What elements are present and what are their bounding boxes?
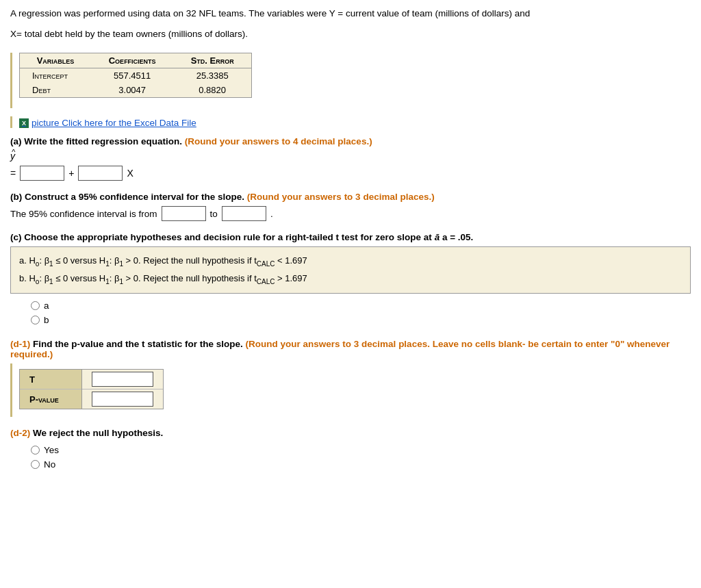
part-c-radio-group: a b [31,301,691,325]
p-value-input[interactable] [92,392,153,407]
var-debt: Debt [20,83,91,97]
part-d2-label: (d-2) We reject the null hypothesis. [10,428,691,438]
part-b-section: (b) Construct a 95% confidence interval … [10,192,691,221]
stats-row-pvalue: P-value [20,389,163,409]
part-c-label: (c) Choose the appropriate hypotheses an… [10,232,691,242]
excel-link-text: picture Click here for the Excel Data Fi… [31,118,196,128]
radio-yes-label: Yes [44,445,59,455]
col-std-error: Std. Error [173,53,251,68]
part-a-label: (a) Write the fitted regression equation… [10,136,691,146]
hyp-b-label: b. Ho: β1 ≤ 0 versus H1: β1 > 0. Reject … [19,270,307,288]
ci-line: The 95% confidence interval is from to . [10,206,691,221]
intro-text-1: A regression was performed using data on… [10,7,691,21]
coeff-intercept: 557.4511 [91,68,173,83]
intro-section: A regression was performed using data on… [10,7,691,42]
col-variables: Variables [20,53,91,68]
radio-b[interactable] [31,316,40,324]
plus-sign: + [68,168,74,179]
radio-no[interactable] [31,460,40,469]
regression-table-section: Variables Coefficients Std. Error Interc… [10,53,691,108]
col-coefficients: Coefficients [91,53,173,68]
hyp-a-label: a. Ho: β1 ≤ 0 versus H1: β1 > 0. Reject … [19,253,307,270]
radio-label-a[interactable]: a [31,301,691,311]
ci-upper-input[interactable] [222,206,266,221]
slope-input[interactable] [78,166,123,181]
radio-label-yes[interactable]: Yes [31,445,691,455]
hyp-row-a: a. Ho: β1 ≤ 0 versus H1: β1 > 0. Reject … [19,253,682,270]
radio-a-label: a [44,301,49,311]
ci-from-text: The 95% confidence interval is from [10,209,157,219]
ci-to-text: to [210,209,218,219]
stats-label-t: T [20,370,81,389]
stats-input-pvalue-cell [81,389,163,409]
table-row-intercept: Intercept 557.4511 25.3385 [20,68,251,83]
regression-table: Variables Coefficients Std. Error Interc… [20,53,251,97]
stderr-intercept: 25.3385 [173,68,251,83]
part-c-section: (c) Choose the appropriate hypotheses an… [10,232,691,325]
part-d1-label: (d-1) Find the p-value and the t statist… [10,339,691,359]
stats-table: T P-value [20,370,163,409]
excel-link[interactable]: X picture Click here for the Excel Data … [19,118,196,128]
stats-label-pvalue: P-value [20,389,81,409]
part-d2-radio-group: Yes No [31,445,691,470]
table-row-debt: Debt 3.0047 0.8820 [20,83,251,97]
alpha-symbol: ā [435,232,440,242]
intro-text-2: X= total debt held by the team owners (m… [10,27,691,41]
excel-icon: X [19,118,29,128]
radio-b-label: b [44,315,49,325]
part-b-round-note: (Round your answers to 3 decimal places.… [247,192,435,202]
hyp-row-b: b. Ho: β1 ≤ 0 versus H1: β1 > 0. Reject … [19,270,682,288]
coeff-debt: 3.0047 [91,83,173,97]
radio-a[interactable] [31,301,40,310]
radio-no-label: No [44,459,55,470]
regression-table-container: Variables Coefficients Std. Error Interc… [19,53,252,98]
radio-yes[interactable] [31,446,40,455]
y-hat-symbol: y^ [10,151,15,162]
x-label: X [127,168,133,179]
part-a-section: (a) Write the fitted regression equation… [10,136,691,181]
radio-label-b[interactable]: b [31,315,691,325]
part-a-round-note: (Round your answers to 4 decimal places.… [185,136,372,146]
ci-period: . [270,209,273,219]
equals-sign: = [10,168,16,179]
equation-line: = + X [10,166,691,181]
equation-yhat: y^ [10,151,691,162]
stats-table-container: T P-value [19,369,164,409]
t-stat-input[interactable] [92,372,153,387]
part-d1-section: (d-1) Find the p-value and the t statist… [10,339,691,417]
part-b-label: (b) Construct a 95% confidence interval … [10,192,691,202]
part-d2-section: (d-2) We reject the null hypothesis. Yes… [10,428,691,470]
ci-lower-input[interactable] [162,206,206,221]
stats-input-t-cell [81,370,163,389]
radio-label-no[interactable]: No [31,459,691,470]
hypotheses-box: a. Ho: β1 ≤ 0 versus H1: β1 > 0. Reject … [10,246,691,294]
excel-link-section: X picture Click here for the Excel Data … [10,116,691,129]
stderr-debt: 0.8820 [173,83,251,97]
intercept-input[interactable] [20,166,64,181]
stats-table-wrapper: T P-value [10,363,691,417]
var-intercept: Intercept [20,68,91,83]
stats-row-t: T [20,370,163,389]
